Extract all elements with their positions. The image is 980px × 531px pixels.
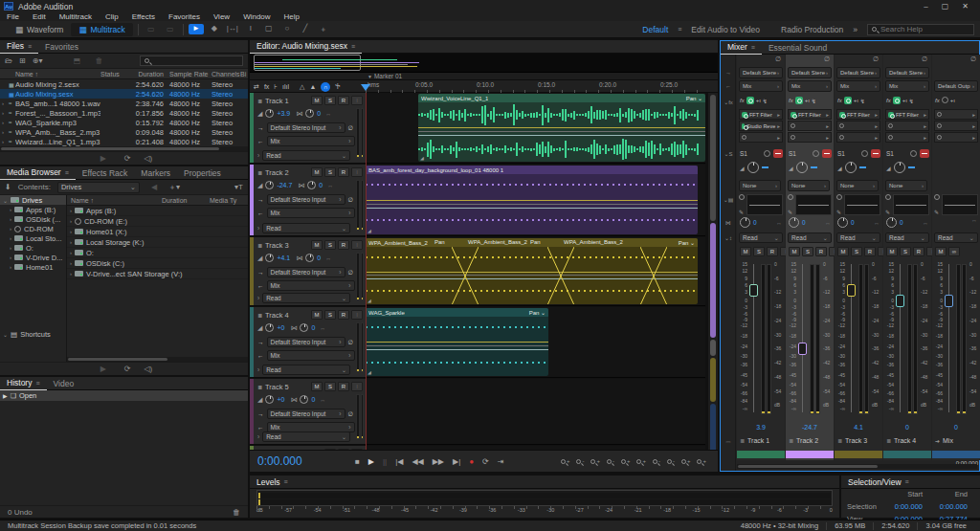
column-duration[interactable]: Duration <box>127 71 169 77</box>
help-search-input[interactable] <box>880 25 967 33</box>
menu-file[interactable]: File <box>0 12 26 21</box>
pan-envelope[interactable] <box>366 349 548 350</box>
fx-slot[interactable]: ▸ <box>739 132 783 143</box>
timeline-marker[interactable]: ▼Marker 01 <box>368 73 402 79</box>
fast-forward-button[interactable]: ▶▶ <box>433 457 444 466</box>
track-i-button[interactable]: I <box>351 167 363 177</box>
eq-section-icon[interactable]: ⌄▤ <box>721 196 736 203</box>
fx-slot-power-on[interactable] <box>791 112 796 118</box>
playhead-line[interactable] <box>366 93 367 450</box>
automation-mode-dropdown[interactable]: Read⌄ <box>739 232 783 243</box>
fx-insert-icon[interactable]: +ı <box>902 98 907 103</box>
pan-envelope[interactable] <box>366 208 698 209</box>
eq-graph[interactable] <box>942 194 978 215</box>
track-m-button[interactable]: M <box>311 240 323 250</box>
track-input-dropdown[interactable]: Default Stereo Input› <box>267 122 345 133</box>
send-power-button[interactable] <box>764 150 770 157</box>
track-i-button[interactable]: I <box>351 240 363 250</box>
phase-icon[interactable]: ∅ <box>970 55 976 63</box>
volume-slider-icon[interactable]: ◢ <box>257 324 262 332</box>
strip-color-band[interactable] <box>786 451 834 458</box>
fader-value[interactable]: 3.9 <box>737 424 785 431</box>
fx-insert-icon[interactable]: +ı <box>805 98 810 103</box>
pan-mode-icon[interactable]: ⋈ <box>290 324 297 332</box>
fader-rail[interactable] <box>900 264 901 412</box>
loop-playback-icon[interactable]: ⟳ <box>124 365 131 373</box>
track-i-button[interactable]: I <box>351 96 363 105</box>
track-lane-track-2[interactable]: BAS_amb_forest_day_background_loop_01 48… <box>366 165 705 236</box>
paintbrush-tool[interactable]: ╱ <box>298 24 313 34</box>
file-row[interactable]: ▦Audio Mixing.sesx2:54.62048000 HzStereo <box>0 89 248 99</box>
track-output-dropdown[interactable]: Mix› <box>267 208 355 218</box>
tree-item-home01[interactable]: ›Home01 <box>0 262 66 272</box>
trash-icon[interactable]: 🗑 <box>233 508 240 517</box>
phase-icon[interactable]: ∅ <box>348 124 354 132</box>
clip-pan-dropdown[interactable]: Pan ⌄ <box>686 95 702 101</box>
time-value[interactable]: 0:00.000 <box>971 500 980 513</box>
waveform-view-button[interactable]: ▦ Waveform <box>8 23 71 36</box>
strip-name[interactable]: ≣Track 3 <box>837 437 880 444</box>
strip-m-button[interactable]: M <box>789 247 800 256</box>
crossfade[interactable] <box>547 247 574 304</box>
track-r-button[interactable]: R <box>338 240 349 250</box>
track-name[interactable]: Track 5 <box>265 383 289 391</box>
contents-dropdown[interactable]: Drives⌄ <box>57 182 140 193</box>
pan-knob[interactable] <box>740 217 750 228</box>
new-item-icon[interactable]: ⊕▾ <box>33 56 43 65</box>
track-color-strip[interactable] <box>250 93 254 163</box>
media-item-v-drive-ect-san-storage-v[interactable]: ›V-Drive...ect SAN Storage (V:) <box>67 269 248 279</box>
track-volume-value[interactable]: +0 <box>277 324 284 331</box>
pan-knob[interactable] <box>837 217 848 228</box>
tree-item-o[interactable]: ›O: <box>0 243 66 253</box>
delete-icon[interactable]: 🗑 <box>91 56 106 65</box>
fx-slot-power-off[interactable] <box>937 112 942 117</box>
file-row[interactable]: ›≈WAG_Sparkle.mp30:15.79248000 HzStereo <box>0 118 248 127</box>
menu-edit[interactable]: Edit <box>26 12 53 21</box>
panel-menu-icon[interactable]: ≡ <box>751 44 755 51</box>
track-output-dropdown[interactable]: Mix› <box>267 350 355 361</box>
tree-item-cd-rom[interactable]: ›CD-ROM <box>0 224 66 233</box>
column-name[interactable]: Name ↑ <box>71 197 162 204</box>
file-row[interactable]: ›≈WPA_Amb..._Bass_2.mp30:09.04848000 HzS… <box>0 127 248 137</box>
file-row[interactable]: ›≈Forest_..._Bassoon_1.mp30:17.85648000 … <box>0 108 248 118</box>
automation-expand-icon[interactable]: › <box>257 295 259 301</box>
column-name[interactable]: Name ↑ <box>15 71 100 77</box>
media-item-o[interactable]: ›O: <box>67 248 248 258</box>
selection-view-tab[interactable]: Selection/View≡ <box>841 476 916 489</box>
close-button[interactable]: ✕ <box>962 2 969 11</box>
back-icon[interactable]: ◀ <box>146 183 162 191</box>
fx-slot[interactable]: ▸ <box>788 132 832 143</box>
eq-graph[interactable] <box>795 194 832 215</box>
fx-slot[interactable]: ▸ <box>885 132 929 143</box>
panel-menu-icon[interactable]: ≡ <box>28 43 32 50</box>
fx-pre-render-icon[interactable]: ↯ <box>860 98 865 104</box>
fx-power-button[interactable] <box>844 97 852 104</box>
strip-r-button[interactable]: R <box>864 247 876 256</box>
strip-s-button[interactable]: S <box>802 247 813 256</box>
fx-slot-power-off[interactable] <box>839 135 844 140</box>
track-lane-track-5[interactable] <box>366 379 705 445</box>
clip-wwizard-voiceline-q1-1[interactable]: Wwizard_VoiceLine_Q1_1Pan ⌄◢ <box>418 94 705 162</box>
send-prefader-button[interactable] <box>871 149 880 158</box>
workspace-default[interactable]: Default <box>642 25 668 34</box>
help-search[interactable] <box>867 24 974 35</box>
track-volume-value[interactable]: -24.7 <box>277 182 292 188</box>
pan-mode-icon[interactable]: ⋈ <box>290 396 297 404</box>
track-color-strip[interactable] <box>250 165 254 235</box>
phase-icon[interactable]: ∅ <box>873 55 879 63</box>
snap-triangle-icon[interactable]: △ <box>300 83 304 91</box>
eq-power-button[interactable] <box>934 194 940 200</box>
automation-mode-dropdown[interactable]: Read⌄ <box>885 232 929 243</box>
minimize-button[interactable]: – <box>924 2 927 11</box>
import-media-icon[interactable]: ⬇ <box>5 183 11 191</box>
workspace-menu-icon[interactable]: ≡ <box>678 26 681 33</box>
column-sample-rate[interactable]: Sample Rate <box>169 71 212 77</box>
automation-section-icon[interactable]: ⌄↕ <box>721 234 736 241</box>
eq-edit-icon[interactable]: ✎ <box>934 209 940 215</box>
tab-video[interactable]: Video <box>47 377 81 390</box>
fader-rail[interactable] <box>802 264 803 412</box>
workspace-radio-production[interactable]: Radio Production <box>781 25 843 34</box>
strip-color-band[interactable] <box>883 451 931 458</box>
tab-mixer[interactable]: Mixer≡ <box>721 41 762 55</box>
automation-expand-icon[interactable]: › <box>257 152 259 159</box>
